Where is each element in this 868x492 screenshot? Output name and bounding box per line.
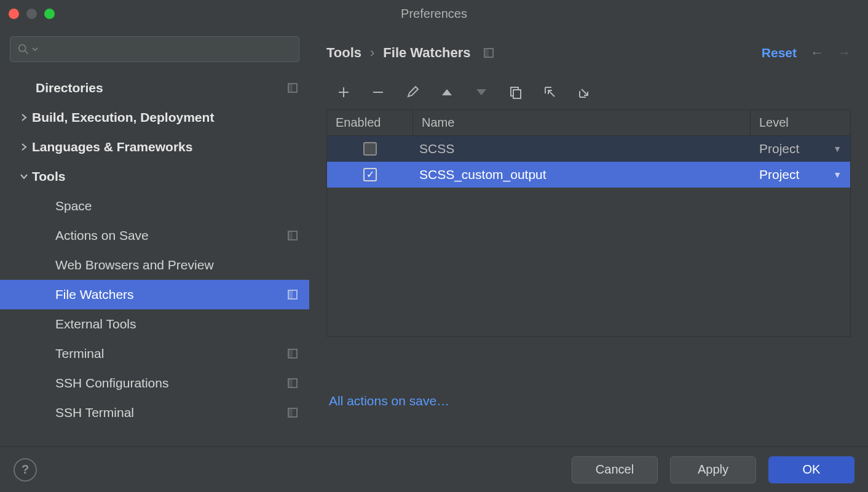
project-scope-icon <box>287 289 298 300</box>
titlebar: Preferences <box>0 0 868 27</box>
sidebar-item-terminal[interactable]: Terminal <box>0 339 309 368</box>
chevron-right-icon <box>16 143 32 151</box>
enable-checkbox[interactable] <box>363 142 377 156</box>
sidebar-item-web-browsers[interactable]: Web Browsers and Preview <box>0 250 309 280</box>
sidebar-item-label: Languages & Frameworks <box>32 140 309 154</box>
col-name[interactable]: Name <box>413 110 751 135</box>
cancel-button[interactable]: Cancel <box>572 456 658 483</box>
svg-line-1 <box>25 51 28 54</box>
sidebar-item-file-watchers[interactable]: File Watchers <box>0 280 309 309</box>
all-actions-link[interactable]: All actions on save… <box>326 394 851 408</box>
move-up-button[interactable] <box>438 84 456 101</box>
sidebar-item-label: Space <box>55 199 309 213</box>
level-select[interactable]: Project ▼ <box>751 141 850 156</box>
sidebar-item-label: Build, Execution, Deployment <box>32 110 309 125</box>
help-button[interactable]: ? <box>14 458 37 482</box>
add-button[interactable] <box>335 84 352 101</box>
svg-point-0 <box>19 45 26 52</box>
watcher-name: SCSS_custom_output <box>413 167 751 182</box>
remove-button[interactable] <box>369 84 387 101</box>
toolbar <box>326 75 851 109</box>
project-scope-icon <box>287 348 298 359</box>
copy-button[interactable] <box>507 84 524 101</box>
settings-tree: Directories Build, Execution, Deployment… <box>0 69 309 446</box>
sidebar-item-external-tools[interactable]: External Tools <box>0 309 309 339</box>
move-down-button <box>473 84 490 101</box>
svg-rect-11 <box>288 379 293 387</box>
svg-rect-15 <box>484 49 489 57</box>
col-level[interactable]: Level <box>751 110 850 135</box>
svg-rect-9 <box>288 349 293 358</box>
sidebar-item-label: Web Browsers and Preview <box>55 258 309 272</box>
chevron-down-icon <box>31 46 39 53</box>
sidebar-item-space[interactable]: Space <box>0 191 309 221</box>
sidebar-item-label: Tools <box>32 169 309 184</box>
level-select[interactable]: Project ▼ <box>751 167 850 182</box>
sidebar-item-languages[interactable]: Languages & Frameworks <box>0 132 309 162</box>
sidebar-item-ssh-config[interactable]: SSH Configurations <box>0 368 309 398</box>
apply-button[interactable]: Apply <box>670 456 756 483</box>
chevron-down-icon: ▼ <box>833 170 842 180</box>
level-value: Project <box>759 141 799 156</box>
import-button[interactable] <box>542 84 559 101</box>
sidebar-item-ssh-terminal[interactable]: SSH Terminal <box>0 398 309 427</box>
watcher-name: SCSS <box>413 141 751 156</box>
project-scope-icon <box>483 47 494 58</box>
project-scope-icon <box>287 407 298 418</box>
dialog-footer: ? Cancel Apply OK <box>0 446 868 492</box>
table-row[interactable]: SCSS Project ▼ <box>327 136 850 162</box>
sidebar-item-label: Actions on Save <box>55 228 287 243</box>
sidebar-item-label: File Watchers <box>55 287 287 302</box>
table-row[interactable]: SCSS_custom_output Project ▼ <box>327 162 850 188</box>
chevron-right-icon <box>16 113 32 122</box>
svg-rect-5 <box>288 231 293 240</box>
chevron-down-icon <box>16 172 32 181</box>
search-icon <box>17 42 30 56</box>
svg-rect-13 <box>288 408 293 417</box>
breadcrumb-page: File Watchers <box>383 45 470 61</box>
project-scope-icon <box>287 378 298 389</box>
project-scope-icon <box>287 82 298 93</box>
sidebar-item-directories[interactable]: Directories <box>0 73 309 103</box>
col-enabled[interactable]: Enabled <box>327 110 413 135</box>
sidebar-item-label: Terminal <box>55 346 287 361</box>
sidebar-item-label: SSH Terminal <box>55 405 287 420</box>
sidebar: Directories Build, Execution, Deployment… <box>0 27 309 446</box>
chevron-down-icon: ▼ <box>833 144 842 154</box>
sidebar-item-build[interactable]: Build, Execution, Deployment <box>0 103 309 132</box>
breadcrumb-separator: › <box>370 45 374 61</box>
reset-link[interactable]: Reset <box>762 46 797 60</box>
preferences-window: Preferences Directories <box>0 0 868 492</box>
sidebar-item-actions-on-save[interactable]: Actions on Save <box>0 221 309 250</box>
breadcrumb-root[interactable]: Tools <box>326 45 361 61</box>
svg-rect-3 <box>288 84 293 92</box>
table-header: Enabled Name Level <box>327 110 850 136</box>
ok-button[interactable]: OK <box>768 456 854 483</box>
watchers-table: Enabled Name Level SCSS Project ▼ <box>326 109 851 337</box>
breadcrumb: Tools › File Watchers <box>326 45 762 61</box>
level-value: Project <box>759 167 799 182</box>
svg-rect-7 <box>288 290 293 299</box>
window-title: Preferences <box>0 7 868 21</box>
enable-checkbox[interactable] <box>363 168 377 181</box>
content-pane: Tools › File Watchers Reset ← → <box>309 27 868 446</box>
forward-icon: → <box>837 45 851 61</box>
svg-rect-17 <box>513 90 521 98</box>
back-icon[interactable]: ← <box>810 45 824 61</box>
sidebar-item-label: External Tools <box>55 317 309 331</box>
export-button[interactable] <box>576 84 593 101</box>
sidebar-item-label: SSH Configurations <box>55 376 287 391</box>
project-scope-icon <box>287 230 298 241</box>
sidebar-item-tools[interactable]: Tools <box>0 162 309 191</box>
edit-button[interactable] <box>404 84 421 101</box>
sidebar-item-label: Directories <box>36 81 287 95</box>
search-input[interactable] <box>10 36 299 62</box>
